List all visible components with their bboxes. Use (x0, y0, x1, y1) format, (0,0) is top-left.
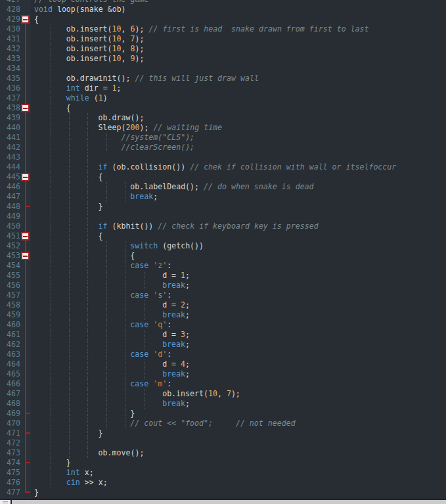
line-number[interactable]: 460 (0, 320, 20, 330)
line-number[interactable]: 446 (0, 182, 20, 192)
code-line[interactable]: 475int x; (0, 468, 446, 478)
code-line[interactable]: 453{ (0, 251, 446, 261)
line-number[interactable]: 464 (0, 359, 20, 369)
line-number[interactable]: 474 (0, 458, 20, 468)
code-line[interactable]: 477} (0, 488, 446, 497)
line-number[interactable]: 458 (0, 300, 20, 310)
line-number[interactable]: 438 (0, 103, 20, 113)
code-line[interactable]: 438{ (0, 103, 446, 113)
line-number[interactable]: 453 (0, 251, 20, 261)
code-line[interactable]: 440Sleep(200); // waiting time (0, 123, 446, 133)
code-line[interactable]: 448} (0, 202, 446, 212)
code-line[interactable]: 433ob.insert(10, 9); (0, 54, 446, 64)
line-number[interactable]: 470 (0, 419, 20, 428)
line-number[interactable]: 451 (0, 231, 20, 241)
code-line[interactable]: 450if (kbhit()) // check if keyboard key… (0, 221, 446, 231)
code-line[interactable]: 464d = 4; (0, 359, 446, 369)
code-line[interactable]: 447break; (0, 192, 446, 202)
code-line[interactable]: 445{ (0, 172, 446, 182)
code-line[interactable]: 468break; (0, 399, 446, 409)
code-viewport[interactable]: 427// loop controls the game428void loop… (0, 0, 446, 500)
code-line[interactable]: 472 (0, 438, 446, 448)
code-line[interactable]: 463case 'd': (0, 350, 446, 359)
line-number[interactable]: 473 (0, 448, 20, 458)
horizontal-scrollbar[interactable] (0, 499, 446, 504)
code-line[interactable]: 435ob.drawinit(); // this will just draw… (0, 74, 446, 83)
code-line[interactable]: 461d = 3; (0, 330, 446, 340)
line-number[interactable]: 428 (0, 5, 20, 14)
line-number[interactable]: 445 (0, 172, 20, 182)
code-line[interactable]: 444if (ob.collision()) // chek if collis… (0, 162, 446, 172)
line-number[interactable]: 427 (0, 0, 20, 5)
code-line[interactable]: 428void loop(snake &ob) (0, 5, 446, 14)
line-number[interactable]: 462 (0, 340, 20, 350)
code-line[interactable]: 456break; (0, 281, 446, 290)
code-line[interactable]: 469} (0, 409, 446, 419)
code-line[interactable]: 471} (0, 428, 446, 438)
line-number[interactable]: 437 (0, 93, 20, 103)
code-line[interactable]: 437while (1) (0, 93, 446, 103)
code-line[interactable]: 465break; (0, 369, 446, 379)
code-line[interactable]: 460case 'q': (0, 320, 446, 330)
code-line[interactable]: 462break; (0, 340, 446, 350)
line-number[interactable]: 431 (0, 34, 20, 44)
code-line[interactable]: 467ob.insert(10, 7); (0, 389, 446, 399)
code-line[interactable]: 434 (0, 64, 446, 74)
line-number[interactable]: 442 (0, 143, 20, 152)
fold-collapse-button[interactable] (21, 232, 30, 241)
line-number[interactable]: 440 (0, 123, 20, 133)
line-number[interactable]: 475 (0, 468, 20, 478)
code-line[interactable]: 470// cout << "food"; // not needed (0, 419, 446, 428)
code-line[interactable]: 466case 'm': (0, 379, 446, 389)
fold-collapse-button[interactable] (21, 173, 30, 181)
code-editor[interactable]: 427// loop controls the game428void loop… (0, 0, 446, 504)
line-number[interactable]: 447 (0, 192, 20, 202)
line-number[interactable]: 435 (0, 74, 20, 83)
line-number[interactable]: 466 (0, 379, 20, 389)
fold-collapse-button[interactable] (21, 104, 30, 112)
line-number[interactable]: 434 (0, 64, 20, 74)
line-number[interactable]: 459 (0, 310, 20, 320)
line-number[interactable]: 444 (0, 162, 20, 172)
line-number[interactable]: 443 (0, 152, 20, 162)
code-line[interactable]: 436int dir = 1; (0, 83, 446, 93)
code-line[interactable]: 458d = 2; (0, 300, 446, 310)
fold-collapse-button[interactable] (21, 252, 30, 260)
code-line[interactable]: 474} (0, 458, 446, 468)
line-number[interactable]: 436 (0, 83, 20, 93)
line-number[interactable]: 450 (0, 221, 20, 231)
code-line[interactable]: 473ob.move(); (0, 448, 446, 458)
line-number[interactable]: 452 (0, 241, 20, 251)
line-number[interactable]: 439 (0, 113, 20, 123)
line-number[interactable]: 430 (0, 24, 20, 34)
line-number[interactable]: 456 (0, 281, 20, 290)
code-line[interactable]: 429{ (0, 14, 446, 24)
code-line[interactable]: 443 (0, 152, 446, 162)
fold-collapse-button[interactable] (21, 15, 30, 24)
line-number[interactable]: 454 (0, 261, 20, 271)
line-number[interactable]: 429 (0, 14, 20, 24)
line-number[interactable]: 469 (0, 409, 20, 419)
line-number[interactable]: 433 (0, 54, 20, 64)
line-number[interactable]: 468 (0, 399, 20, 409)
line-number[interactable]: 471 (0, 428, 20, 438)
code-line[interactable]: 439ob.draw(); (0, 113, 446, 123)
line-number[interactable]: 432 (0, 44, 20, 54)
code-line[interactable]: 451{ (0, 231, 446, 241)
line-number[interactable]: 477 (0, 488, 20, 497)
code-line[interactable]: 449 (0, 212, 446, 221)
line-number[interactable]: 467 (0, 389, 20, 399)
line-number[interactable]: 449 (0, 212, 20, 221)
code-line[interactable]: 459break; (0, 310, 446, 320)
code-line[interactable]: 442//clearScreen(); (0, 143, 446, 152)
code-line[interactable]: 441//system("CLS"); (0, 133, 446, 143)
code-line[interactable]: 454case 'z': (0, 261, 446, 271)
code-line[interactable]: 455d = 1; (0, 271, 446, 281)
code-line[interactable]: 430ob.insert(10, 6); // first is head sn… (0, 24, 446, 34)
code-line[interactable]: 431ob.insert(10, 7); (0, 34, 446, 44)
line-number[interactable]: 472 (0, 438, 20, 448)
code-line[interactable]: 427// loop controls the game (0, 0, 446, 5)
line-number[interactable]: 476 (0, 478, 20, 488)
line-number[interactable]: 461 (0, 330, 20, 340)
code-line[interactable]: 432ob.insert(10, 8); (0, 44, 446, 54)
